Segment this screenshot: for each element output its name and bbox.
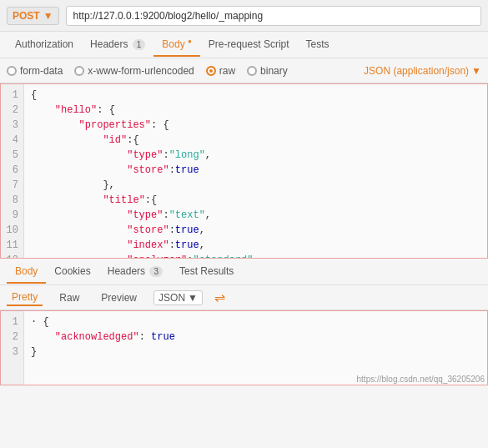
tab-prerequest-label: Pre-request Script [209,38,289,50]
headers-badge: 1 [133,39,146,50]
tab-cookies-label: Cookies [54,265,90,277]
response-tabs: Body Cookies Headers 3 Test Results [0,259,488,285]
json-type-selector[interactable]: JSON (application/json) ▼ [364,65,481,77]
raw-resp-label: Raw [59,292,79,304]
option-binary[interactable]: binary [247,65,288,77]
method-selector[interactable]: POST ▼ [7,7,59,25]
radio-raw[interactable] [206,66,216,76]
radio-form-data[interactable] [7,66,17,76]
tab-response-headers[interactable]: Headers 3 [99,260,171,284]
tab-response-body-label: Body [15,265,38,277]
resp-tab-preview[interactable]: Preview [96,290,142,305]
tab-prerequest[interactable]: Pre-request Script [200,33,298,57]
urlencoded-label: x-www-form-urlencoded [88,65,194,77]
watermark: https://blog.csdn.net/qq_36205206 [357,375,485,384]
tab-test-results[interactable]: Test Results [171,260,242,284]
json-resp-selector[interactable]: JSON ▼ [153,290,203,305]
resp-tab-pretty[interactable]: Pretty [7,289,43,306]
tab-headers[interactable]: Headers 1 [82,33,153,57]
pretty-label: Pretty [12,291,38,303]
response-headers-badge: 3 [149,266,163,277]
tab-tests-label: Tests [306,38,330,50]
tab-test-results-label: Test Results [179,265,234,277]
radio-binary[interactable] [247,66,257,76]
form-data-label: form-data [20,65,63,77]
binary-label: binary [260,65,288,77]
request-code-content[interactable]: { "hello": { "properties": { "id":{ "typ… [24,84,487,258]
json-chevron-icon: ▼ [471,65,481,77]
tab-authorization-label: Authorization [15,38,73,50]
response-line-numbers: 123 [1,311,24,385]
tab-response-body[interactable]: Body [7,260,46,284]
response-body-section: 123 · { "acknowledged": true } https://b… [0,310,488,385]
request-body-editor[interactable]: 12345 678910 1112131415 1617 { "hello": … [0,83,488,259]
tab-tests[interactable]: Tests [298,33,338,57]
tab-cookies[interactable]: Cookies [46,260,98,284]
tab-authorization[interactable]: Authorization [7,33,82,57]
option-urlencoded[interactable]: x-www-form-urlencoded [74,65,194,77]
method-chevron: ▼ [43,10,53,22]
wrap-icon[interactable]: ⇌ [214,289,225,305]
tab-body[interactable]: Body ● [153,33,200,57]
option-raw[interactable]: raw [206,65,235,77]
json-resp-chevron-icon: ▼ [188,292,198,304]
radio-urlencoded[interactable] [74,66,84,76]
url-input[interactable] [66,6,481,26]
top-bar: POST ▼ [0,0,488,32]
raw-label: raw [219,65,235,77]
body-options-row: form-data x-www-form-urlencoded raw bina… [0,58,488,83]
response-code-content: · { "acknowledged": true } [24,311,487,385]
json-type-label: JSON (application/json) [364,65,469,77]
json-resp-label: JSON [158,292,185,304]
tab-headers-label: Headers [90,38,128,50]
line-numbers: 12345 678910 1112131415 1617 [1,84,24,258]
resp-tab-raw[interactable]: Raw [54,290,84,305]
tab-response-headers-label: Headers [108,265,145,277]
response-options-row: Pretty Raw Preview JSON ▼ ⇌ [0,285,488,310]
option-form-data[interactable]: form-data [7,65,63,77]
method-label: POST [13,10,40,22]
request-tabs: Authorization Headers 1 Body ● Pre-reque… [0,32,488,58]
tab-body-label: Body [162,38,184,50]
preview-label: Preview [101,292,137,304]
